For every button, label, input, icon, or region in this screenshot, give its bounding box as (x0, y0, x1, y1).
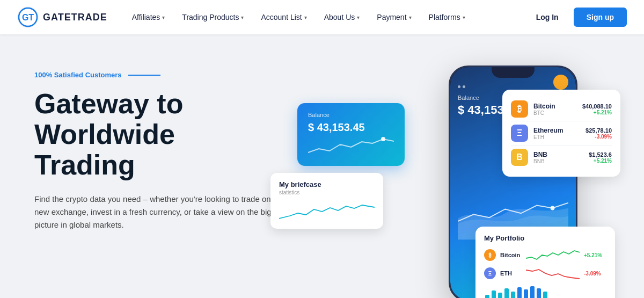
svg-rect-13 (537, 288, 541, 298)
btc-name: Bitcoin (533, 103, 577, 110)
bnb-info: BNB BNB (533, 151, 583, 164)
portfolio-btc-icon: ₿ (484, 249, 496, 261)
svg-point-4 (551, 206, 555, 210)
svg-rect-8 (504, 288, 509, 298)
nav-label-account: Account List (261, 13, 302, 21)
logo-icon: GT (17, 6, 39, 28)
nav-label-platforms: Platforms (429, 13, 460, 21)
bnb-icon: B (511, 149, 528, 166)
crypto-item-btc: ₿ Bitcoin BTC $40,088.10 +5.21% (511, 97, 612, 121)
eth-change: -3.09% (586, 134, 612, 140)
bnb-change: +5.21% (589, 158, 612, 164)
phone-dot (458, 85, 460, 88)
btc-info: Bitcoin BTC (533, 103, 577, 116)
nav-label-payment: Payment (377, 13, 406, 21)
portfolio-title: My Portfolio (484, 234, 606, 242)
nav-links: Affiliates ▾ Trading Products ▾ Account … (125, 9, 528, 26)
chevron-down-icon: ▾ (357, 14, 360, 20)
svg-rect-10 (517, 287, 522, 298)
phone-notch (492, 67, 535, 78)
balance-label: Balance (308, 112, 394, 118)
svg-rect-9 (511, 292, 515, 298)
svg-rect-11 (524, 289, 528, 298)
bnb-symbol: BNB (533, 158, 583, 164)
nav-item-account[interactable]: Account List ▾ (253, 9, 314, 26)
hero-badge: 100% Satisfied Customers (34, 71, 313, 79)
nav-label-affiliates: Affiliates (132, 13, 160, 21)
crypto-item-eth: Ξ Ethereum ETH $25,78.10 -3.09% (511, 121, 612, 146)
svg-rect-14 (543, 292, 547, 298)
portfolio-eth-icon: Ξ (484, 267, 496, 279)
bnb-right: $1,523.6 +5.21% (589, 151, 612, 164)
btc-change: +5.21% (582, 110, 612, 115)
portfolio-btc-name: Bitcoin (500, 252, 522, 258)
nav-item-about[interactable]: About Us ▾ (317, 9, 368, 26)
bnb-name: BNB (533, 151, 583, 158)
hero-right: Balance $ 43,153.45 My briefcase statist… (313, 60, 610, 298)
chevron-down-icon: ▾ (304, 14, 307, 20)
bnb-price: $1,523.6 (589, 151, 612, 158)
hero-badge-text: 100% Satisfied Customers (34, 71, 122, 79)
chevron-down-icon: ▾ (162, 14, 165, 20)
chevron-down-icon: ▾ (241, 14, 244, 20)
portfolio-card: My Portfolio ₿ Bitcoin +5.21% Ξ ETH -3.0… (475, 227, 615, 298)
nav-right: Log In Sign up (528, 8, 627, 27)
portfolio-item-btc: ₿ Bitcoin +5.21% (484, 248, 606, 263)
hero-description: Find the crypto data you need – whether … (34, 193, 292, 231)
eth-price: $25,78.10 (586, 127, 612, 134)
eth-symbol: ETH (533, 134, 580, 140)
briefcase-card: My briefcase statistics (270, 173, 383, 229)
portfolio-bar-chart (484, 284, 606, 298)
nav-item-affiliates[interactable]: Affiliates ▾ (125, 9, 173, 26)
hero-badge-line (128, 75, 160, 76)
btc-icon: ₿ (511, 100, 528, 118)
portfolio-btc-change: +5.21% (584, 252, 602, 258)
btc-symbol: BTC (533, 110, 577, 116)
svg-rect-12 (530, 286, 535, 298)
svg-rect-5 (485, 295, 489, 298)
logo[interactable]: GT GATETRADE (17, 6, 107, 28)
chevron-down-icon: ▾ (409, 14, 412, 20)
briefcase-chart (279, 200, 375, 221)
balance-card: Balance $ 43,153.45 (297, 103, 405, 166)
nav-item-payment[interactable]: Payment ▾ (369, 9, 419, 26)
portfolio-item-eth: Ξ ETH -3.09% (484, 266, 606, 281)
phone-dots (458, 83, 568, 88)
hero-title: Gateway toWorldwideTrading (34, 89, 313, 181)
briefcase-subtitle: statistics (279, 190, 375, 195)
svg-rect-7 (498, 293, 502, 298)
eth-name: Ethereum (533, 127, 580, 134)
portfolio-btc-chart (526, 248, 580, 263)
hero-section: 100% Satisfied Customers Gateway toWorld… (0, 34, 644, 298)
signup-button[interactable]: Sign up (574, 8, 627, 27)
svg-point-3 (381, 137, 385, 141)
chevron-down-icon: ▾ (463, 14, 465, 20)
login-button[interactable]: Log In (528, 9, 567, 26)
crypto-card: ₿ Bitcoin BTC $40,088.10 +5.21% Ξ Ethere… (502, 90, 620, 177)
btc-price: $40,088.10 (582, 103, 612, 110)
crypto-item-bnb: B BNB BNB $1,523.6 +5.21% (511, 146, 612, 169)
eth-right: $25,78.10 -3.09% (586, 127, 612, 140)
eth-icon: Ξ (511, 125, 528, 142)
nav-item-platforms[interactable]: Platforms ▾ (421, 9, 473, 26)
portfolio-eth-change: -3.09% (584, 271, 601, 277)
portfolio-eth-name: ETH (500, 270, 522, 277)
briefcase-title: My briefcase (279, 180, 375, 188)
briefcase-chart-svg (279, 200, 375, 221)
nav-item-trading[interactable]: Trading Products ▾ (174, 9, 251, 26)
nav-label-about: About Us (324, 13, 355, 21)
btc-right: $40,088.10 +5.21% (582, 103, 612, 115)
phone-avatar (553, 75, 568, 90)
phone-dot (463, 85, 465, 88)
balance-amount: $ 43,153.45 (308, 121, 394, 134)
eth-info: Ethereum ETH (533, 127, 580, 140)
balance-chart (308, 134, 394, 155)
portfolio-eth-chart (526, 266, 580, 281)
logo-text: GATETRADE (43, 12, 107, 23)
svg-text:GT: GT (22, 13, 34, 22)
svg-rect-6 (492, 290, 496, 298)
navbar: GT GATETRADE Affiliates ▾ Trading Produc… (0, 0, 644, 34)
nav-label-trading: Trading Products (182, 13, 239, 21)
